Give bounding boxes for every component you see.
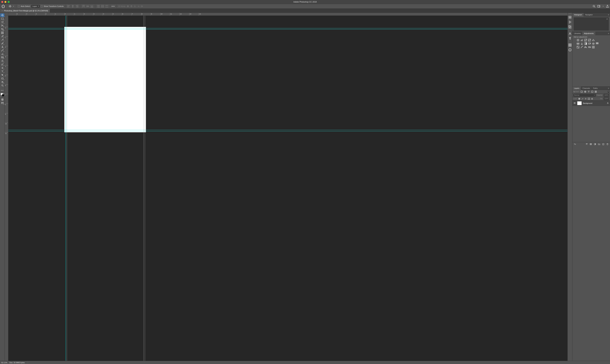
ruler-origin[interactable] xyxy=(5,13,8,16)
filter-adjustment-icon[interactable] xyxy=(584,91,586,93)
layer-mask-icon[interactable] xyxy=(590,143,592,145)
doc-info[interactable]: Doc: 32.9M/0 bytes xyxy=(9,362,25,364)
move-tool-icon[interactable] xyxy=(9,5,11,8)
tab-libraries[interactable]: Libraries xyxy=(572,32,582,35)
swap-colors-icon[interactable]: ⇄ xyxy=(3,93,4,94)
hand-tool[interactable] xyxy=(0,80,4,84)
tab-paths[interactable]: Paths xyxy=(592,86,599,90)
new-adjustment-layer-icon[interactable] xyxy=(594,143,596,145)
status-info-dropdown[interactable]: 〉 xyxy=(28,361,29,364)
vertical-guide[interactable] xyxy=(66,16,66,361)
eyedropper-tool[interactable] xyxy=(0,35,4,38)
filter-toggle[interactable] xyxy=(608,91,609,93)
dodge-tool[interactable] xyxy=(0,63,4,66)
share-button[interactable] xyxy=(606,5,609,8)
curves-icon[interactable] xyxy=(584,39,587,41)
invert-icon[interactable] xyxy=(577,46,580,48)
workspace-switcher-button[interactable] xyxy=(597,5,600,8)
tab-navigator[interactable]: Navigator xyxy=(583,13,594,16)
brightness-contrast-icon[interactable] xyxy=(577,39,580,41)
distribute-vcenter-icon[interactable] xyxy=(101,5,104,8)
gradient-map-icon[interactable] xyxy=(588,46,591,48)
show-transform-checkbox[interactable] xyxy=(41,5,43,7)
vibrance-icon[interactable] xyxy=(592,39,595,41)
lock-position-icon[interactable] xyxy=(584,98,587,100)
lock-all-icon[interactable] xyxy=(591,98,593,100)
roll-3d-icon[interactable] xyxy=(130,5,133,7)
tool-preset-dropdown[interactable]: ▾ xyxy=(12,5,14,8)
levels-icon[interactable] xyxy=(580,39,583,41)
properties-panel-icon[interactable] xyxy=(568,25,572,29)
new-layer-icon[interactable] xyxy=(602,143,605,145)
pen-tool[interactable] xyxy=(0,66,4,70)
lock-artboard-icon[interactable] xyxy=(588,98,590,100)
align-vertical-centers-icon[interactable] xyxy=(86,5,89,8)
home-button[interactable] xyxy=(1,4,5,8)
new-group-icon[interactable] xyxy=(598,143,600,145)
document-viewport[interactable] xyxy=(8,16,568,361)
color-swatches[interactable]: ⇄ ◻ xyxy=(1,93,4,96)
selective-color-icon[interactable] xyxy=(592,46,595,48)
quick-selection-tool[interactable] xyxy=(0,24,4,27)
align-horizontal-centers-icon[interactable] xyxy=(71,5,74,8)
opacity-field[interactable]: 100% xyxy=(604,94,609,96)
pan-3d-icon[interactable] xyxy=(134,5,136,7)
horizontal-guide[interactable] xyxy=(8,29,568,29)
panel-menu-button[interactable]: ≡ xyxy=(607,32,610,34)
horizontal-type-tool[interactable] xyxy=(0,70,4,73)
crop-tool[interactable] xyxy=(0,27,4,31)
workspace-dropdown[interactable]: ▾ xyxy=(602,5,604,8)
actions-panel-icon[interactable] xyxy=(568,20,572,24)
zoom-3d-icon[interactable] xyxy=(141,5,143,7)
document-page[interactable] xyxy=(64,27,146,132)
filter-kind-dropdown[interactable]: Kind ▾ xyxy=(573,91,580,92)
tab-adjustments[interactable]: Adjustments xyxy=(582,32,595,35)
channel-mixer-icon[interactable] xyxy=(592,42,595,45)
lasso-tool[interactable] xyxy=(0,20,4,24)
posterize-icon[interactable] xyxy=(580,46,583,48)
slide-3d-icon[interactable] xyxy=(137,5,139,7)
zoom-level[interactable]: 52.11% xyxy=(1,362,7,364)
layer-style-icon[interactable] xyxy=(585,143,588,145)
more-align-button[interactable]: ••• xyxy=(112,5,115,8)
black-white-icon[interactable] xyxy=(584,42,587,45)
lock-transparency-icon[interactable] xyxy=(578,98,580,100)
glyphs-panel-icon[interactable] xyxy=(568,43,572,47)
color-balance-icon[interactable] xyxy=(580,42,583,45)
exposure-icon[interactable] xyxy=(588,39,591,41)
eraser-tool[interactable] xyxy=(0,52,4,56)
panel-menu-button[interactable]: ≡ xyxy=(607,87,610,89)
vertical-ruler[interactable]: 01234567891011 xyxy=(5,16,8,361)
auto-select-target-dropdown[interactable]: Layer xyxy=(31,5,40,8)
align-top-edges-icon[interactable] xyxy=(82,5,85,8)
color-panel-icon[interactable] xyxy=(568,15,572,19)
panel-menu-button[interactable]: ≡ xyxy=(607,14,610,16)
character-panel-icon[interactable] xyxy=(568,32,572,36)
threshold-icon[interactable] xyxy=(584,46,587,48)
paragraph-panel-icon[interactable] xyxy=(568,37,572,40)
clone-stamp-tool[interactable] xyxy=(0,45,4,49)
filter-type-icon[interactable] xyxy=(587,91,590,93)
photo-filter-icon[interactable] xyxy=(588,42,591,45)
path-selection-tool[interactable] xyxy=(0,73,4,77)
auto-select-checkbox[interactable] xyxy=(18,5,20,7)
align-bottom-edges-icon[interactable] xyxy=(90,5,94,8)
default-colors-icon[interactable]: ◻ xyxy=(0,96,1,97)
rectangular-marquee-tool[interactable] xyxy=(0,17,4,20)
brush-tool[interactable] xyxy=(0,41,4,45)
document-tab[interactable]: × Photoshop_Bleed+Trim+Margin.psd @ 52.1… xyxy=(0,9,50,13)
layer-visibility-toggle[interactable] xyxy=(573,102,576,104)
tab-histogram[interactable]: Histogram xyxy=(572,13,583,16)
filter-shape-icon[interactable] xyxy=(591,91,594,93)
zoom-tool[interactable] xyxy=(0,84,4,87)
frame-tool[interactable] xyxy=(0,31,4,35)
cache-warning-icon[interactable]: ⚠ xyxy=(606,18,608,20)
align-right-edges-icon[interactable] xyxy=(75,5,79,8)
layer-name[interactable]: Background xyxy=(583,102,606,104)
link-layers-icon[interactable] xyxy=(574,143,576,145)
layer-item-background[interactable]: Background xyxy=(572,101,610,106)
hue-saturation-icon[interactable] xyxy=(577,42,580,45)
quick-mask-mode-button[interactable] xyxy=(0,98,4,101)
blend-mode-dropdown[interactable]: Normal xyxy=(573,94,596,96)
history-brush-tool[interactable] xyxy=(0,49,4,52)
